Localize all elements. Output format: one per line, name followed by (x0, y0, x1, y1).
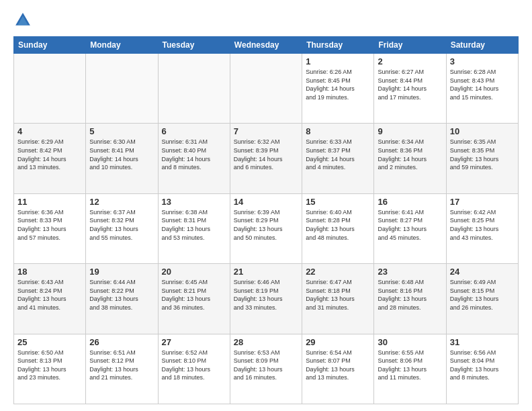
day-detail: Sunrise: 6:45 AMSunset: 8:21 PMDaylight:… (162, 278, 226, 312)
day-cell-3: 3Sunrise: 6:28 AMSunset: 8:43 PMDaylight… (446, 54, 518, 124)
day-number: 13 (162, 197, 226, 207)
day-detail: Sunrise: 6:35 AMSunset: 8:35 PMDaylight:… (450, 138, 515, 171)
day-cell-11: 11Sunrise: 6:36 AMSunset: 8:33 PMDayligh… (14, 193, 86, 263)
day-cell-22: 22Sunrise: 6:47 AMSunset: 8:18 PMDayligh… (302, 264, 374, 334)
day-detail: Sunrise: 6:41 AMSunset: 8:27 PMDaylight:… (378, 208, 442, 242)
day-cell-26: 26Sunrise: 6:51 AMSunset: 8:12 PMDayligh… (86, 334, 158, 404)
day-number: 25 (17, 337, 82, 347)
logo-icon (13, 11, 32, 30)
day-number: 27 (162, 337, 226, 347)
day-cell-17: 17Sunrise: 6:42 AMSunset: 8:25 PMDayligh… (446, 193, 518, 263)
day-detail: Sunrise: 6:49 AMSunset: 8:15 PMDaylight:… (450, 278, 515, 312)
day-detail: Sunrise: 6:32 AMSunset: 8:39 PMDaylight:… (234, 138, 298, 171)
day-cell-21: 21Sunrise: 6:46 AMSunset: 8:19 PMDayligh… (230, 264, 302, 334)
day-detail: Sunrise: 6:48 AMSunset: 8:16 PMDaylight:… (378, 278, 442, 312)
day-cell-24: 24Sunrise: 6:49 AMSunset: 8:15 PMDayligh… (446, 264, 518, 334)
day-number: 14 (234, 197, 298, 207)
day-number: 2 (378, 56, 442, 66)
day-number: 20 (162, 267, 226, 277)
day-cell-27: 27Sunrise: 6:52 AMSunset: 8:10 PMDayligh… (158, 334, 230, 404)
weekday-header-tuesday: Tuesday (158, 37, 230, 54)
day-detail: Sunrise: 6:47 AMSunset: 8:18 PMDaylight:… (306, 278, 370, 312)
day-cell-4: 4Sunrise: 6:29 AMSunset: 8:42 PMDaylight… (14, 124, 86, 193)
day-cell-31: 31Sunrise: 6:56 AMSunset: 8:04 PMDayligh… (446, 334, 518, 404)
day-number: 30 (378, 337, 442, 347)
calendar-table: SundayMondayTuesdayWednesdayThursdayFrid… (13, 36, 519, 404)
day-number: 11 (17, 197, 82, 207)
day-cell-16: 16Sunrise: 6:41 AMSunset: 8:27 PMDayligh… (374, 193, 446, 263)
day-detail: Sunrise: 6:50 AMSunset: 8:13 PMDaylight:… (17, 349, 82, 382)
day-detail: Sunrise: 6:31 AMSunset: 8:40 PMDaylight:… (162, 138, 226, 171)
day-number: 28 (234, 337, 298, 347)
day-cell-13: 13Sunrise: 6:38 AMSunset: 8:31 PMDayligh… (158, 193, 230, 263)
day-number: 4 (17, 126, 82, 136)
day-detail: Sunrise: 6:34 AMSunset: 8:36 PMDaylight:… (378, 138, 442, 171)
logo (13, 11, 35, 30)
day-cell-1: 1Sunrise: 6:26 AMSunset: 8:45 PMDaylight… (302, 54, 374, 124)
empty-cell (86, 54, 158, 124)
day-number: 19 (89, 267, 154, 277)
day-number: 3 (450, 56, 515, 66)
day-number: 8 (306, 126, 370, 136)
day-detail: Sunrise: 6:27 AMSunset: 8:44 PMDaylight:… (378, 68, 442, 101)
day-number: 16 (378, 197, 442, 207)
day-detail: Sunrise: 6:28 AMSunset: 8:43 PMDaylight:… (450, 68, 515, 101)
weekday-header-row: SundayMondayTuesdayWednesdayThursdayFrid… (14, 37, 519, 54)
weekday-header-saturday: Saturday (446, 37, 518, 54)
day-detail: Sunrise: 6:53 AMSunset: 8:09 PMDaylight:… (234, 349, 298, 382)
weekday-header-sunday: Sunday (14, 37, 86, 54)
day-cell-12: 12Sunrise: 6:37 AMSunset: 8:32 PMDayligh… (86, 193, 158, 263)
day-number: 9 (378, 126, 442, 136)
day-number: 5 (89, 126, 154, 136)
day-number: 6 (162, 126, 226, 136)
day-detail: Sunrise: 6:42 AMSunset: 8:25 PMDaylight:… (450, 208, 515, 242)
week-row-4: 18Sunrise: 6:43 AMSunset: 8:24 PMDayligh… (14, 264, 519, 334)
week-row-1: 1Sunrise: 6:26 AMSunset: 8:45 PMDaylight… (14, 54, 519, 124)
day-detail: Sunrise: 6:44 AMSunset: 8:22 PMDaylight:… (89, 278, 154, 312)
weekday-header-monday: Monday (86, 37, 158, 54)
day-cell-10: 10Sunrise: 6:35 AMSunset: 8:35 PMDayligh… (446, 124, 518, 193)
day-cell-14: 14Sunrise: 6:39 AMSunset: 8:29 PMDayligh… (230, 193, 302, 263)
day-number: 29 (306, 337, 370, 347)
day-detail: Sunrise: 6:38 AMSunset: 8:31 PMDaylight:… (162, 208, 226, 242)
day-detail: Sunrise: 6:30 AMSunset: 8:41 PMDaylight:… (89, 138, 154, 171)
day-detail: Sunrise: 6:26 AMSunset: 8:45 PMDaylight:… (306, 68, 370, 101)
header (13, 11, 519, 30)
day-detail: Sunrise: 6:56 AMSunset: 8:04 PMDaylight:… (450, 349, 515, 382)
empty-cell (230, 54, 302, 124)
day-detail: Sunrise: 6:39 AMSunset: 8:29 PMDaylight:… (234, 208, 298, 242)
weekday-header-friday: Friday (374, 37, 446, 54)
weekday-header-wednesday: Wednesday (230, 37, 302, 54)
weekday-header-thursday: Thursday (302, 37, 374, 54)
day-cell-23: 23Sunrise: 6:48 AMSunset: 8:16 PMDayligh… (374, 264, 446, 334)
day-detail: Sunrise: 6:43 AMSunset: 8:24 PMDaylight:… (17, 278, 82, 312)
day-number: 26 (89, 337, 154, 347)
day-cell-8: 8Sunrise: 6:33 AMSunset: 8:37 PMDaylight… (302, 124, 374, 193)
day-number: 15 (306, 197, 370, 207)
day-detail: Sunrise: 6:29 AMSunset: 8:42 PMDaylight:… (17, 138, 82, 171)
week-row-5: 25Sunrise: 6:50 AMSunset: 8:13 PMDayligh… (14, 334, 519, 404)
week-row-2: 4Sunrise: 6:29 AMSunset: 8:42 PMDaylight… (14, 124, 519, 193)
day-detail: Sunrise: 6:46 AMSunset: 8:19 PMDaylight:… (234, 278, 298, 312)
day-detail: Sunrise: 6:52 AMSunset: 8:10 PMDaylight:… (162, 349, 226, 382)
day-cell-25: 25Sunrise: 6:50 AMSunset: 8:13 PMDayligh… (14, 334, 86, 404)
day-cell-5: 5Sunrise: 6:30 AMSunset: 8:41 PMDaylight… (86, 124, 158, 193)
day-number: 12 (89, 197, 154, 207)
day-cell-7: 7Sunrise: 6:32 AMSunset: 8:39 PMDaylight… (230, 124, 302, 193)
page: SundayMondayTuesdayWednesdayThursdayFrid… (0, 0, 532, 411)
day-cell-20: 20Sunrise: 6:45 AMSunset: 8:21 PMDayligh… (158, 264, 230, 334)
day-cell-18: 18Sunrise: 6:43 AMSunset: 8:24 PMDayligh… (14, 264, 86, 334)
day-detail: Sunrise: 6:55 AMSunset: 8:06 PMDaylight:… (378, 349, 442, 382)
day-number: 23 (378, 267, 442, 277)
day-cell-9: 9Sunrise: 6:34 AMSunset: 8:36 PMDaylight… (374, 124, 446, 193)
day-cell-30: 30Sunrise: 6:55 AMSunset: 8:06 PMDayligh… (374, 334, 446, 404)
day-detail: Sunrise: 6:54 AMSunset: 8:07 PMDaylight:… (306, 349, 370, 382)
empty-cell (14, 54, 86, 124)
week-row-3: 11Sunrise: 6:36 AMSunset: 8:33 PMDayligh… (14, 193, 519, 263)
day-number: 18 (17, 267, 82, 277)
day-number: 24 (450, 267, 515, 277)
day-cell-29: 29Sunrise: 6:54 AMSunset: 8:07 PMDayligh… (302, 334, 374, 404)
day-number: 1 (306, 56, 370, 66)
day-number: 7 (234, 126, 298, 136)
day-number: 10 (450, 126, 515, 136)
